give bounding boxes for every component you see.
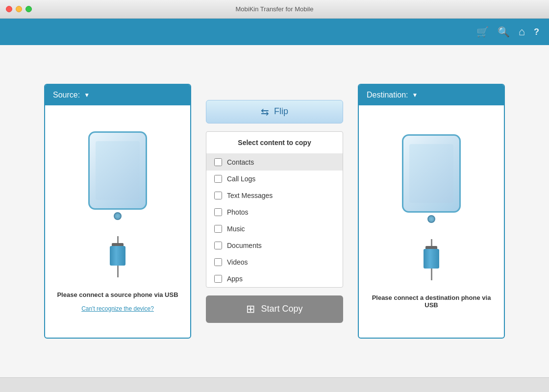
checkbox-label-documents: Documents — [227, 242, 262, 249]
checkbox-item-call-logs[interactable]: Call Logs — [206, 171, 343, 187]
checkbox-call-logs[interactable] — [214, 175, 222, 183]
start-copy-label: Start Copy — [261, 304, 302, 314]
main-content: Source: ▼ Please connect a source phone … — [0, 45, 549, 377]
destination-panel-header: Destination: ▼ — [359, 85, 504, 105]
maximize-button[interactable] — [25, 6, 32, 12]
source-panel-message: Please connect a source phone via USB — [57, 291, 178, 298]
flip-label: Flip — [274, 106, 288, 117]
checkbox-music[interactable] — [214, 225, 222, 233]
checkbox-item-photos[interactable]: Photos — [206, 204, 343, 220]
checkbox-photos[interactable] — [214, 208, 222, 216]
checkbox-label-apps: Apps — [227, 275, 243, 283]
source-panel-header: Source: ▼ — [45, 85, 190, 105]
destination-panel-body: Please connect a destination phone via U… — [359, 105, 504, 338]
source-phone-home-btn — [114, 212, 122, 220]
checkbox-label-photos: Photos — [227, 208, 249, 216]
source-usb-line-top — [117, 236, 119, 243]
source-label: Source: — [53, 91, 80, 99]
checkbox-videos[interactable] — [214, 258, 222, 266]
content-selector-header: Select content to copy — [206, 132, 343, 154]
checkbox-text-messages[interactable] — [214, 192, 222, 199]
checkbox-label-videos: Videos — [227, 258, 248, 266]
source-dropdown-arrow[interactable]: ▼ — [84, 92, 90, 98]
cart-icon[interactable]: 🛒 — [476, 26, 489, 38]
destination-phone-body — [402, 134, 461, 213]
checkbox-item-contacts[interactable]: Contacts — [206, 154, 343, 171]
minimize-button[interactable] — [16, 6, 22, 12]
checkbox-item-videos[interactable]: Videos — [206, 254, 343, 270]
flip-icon: ⇆ — [261, 106, 269, 118]
home-icon[interactable]: ⌂ — [519, 25, 525, 38]
middle-section: ⇆ Flip Select content to copy ContactsCa… — [206, 100, 343, 323]
source-usb-cable — [110, 224, 125, 277]
checkbox-label-music: Music — [227, 225, 245, 233]
checkbox-documents[interactable] — [214, 242, 222, 249]
traffic-lights — [6, 6, 32, 12]
search-icon[interactable]: 🔍 — [498, 26, 510, 38]
checkbox-item-text-messages[interactable]: Text Messages — [206, 187, 343, 204]
source-usb-body — [110, 246, 125, 266]
close-button[interactable] — [6, 6, 12, 12]
destination-phone-screen — [409, 144, 453, 203]
source-usb-top — [112, 243, 124, 246]
checkbox-item-documents[interactable]: Documents — [206, 237, 343, 254]
source-phone-body — [88, 131, 147, 210]
destination-dropdown-arrow[interactable]: ▼ — [412, 92, 418, 98]
checkbox-contacts[interactable] — [214, 158, 222, 166]
destination-usb-cable — [424, 227, 439, 280]
destination-usb-line-top — [431, 239, 432, 246]
window-title: MobiKin Transfer for Mobile — [236, 5, 314, 13]
checkbox-list: ContactsCall LogsText MessagesPhotosMusi… — [206, 154, 343, 287]
bottom-bar — [0, 377, 549, 392]
destination-label: Destination: — [367, 91, 408, 99]
checkbox-apps[interactable] — [214, 275, 222, 283]
content-selector: Select content to copy ContactsCall Logs… — [206, 131, 343, 288]
source-panel: Source: ▼ Please connect a source phone … — [44, 84, 191, 339]
start-copy-button[interactable]: ⊞ Start Copy — [206, 295, 343, 323]
toolbar: 🛒 🔍 ⌂ ? — [0, 19, 549, 45]
destination-phone-home-btn — [427, 215, 435, 223]
source-usb-pin — [117, 266, 119, 277]
destination-phone-illustration — [402, 134, 461, 280]
destination-panel-message: Please connect a destination phone via U… — [369, 294, 494, 309]
checkbox-item-apps[interactable]: Apps — [206, 270, 343, 287]
copy-icon: ⊞ — [246, 303, 255, 316]
destination-usb-body — [424, 249, 439, 269]
flip-button[interactable]: ⇆ Flip — [206, 100, 343, 123]
checkbox-label-contacts: Contacts — [227, 158, 254, 166]
help-icon[interactable]: ? — [534, 27, 539, 37]
checkbox-label-call-logs: Call Logs — [227, 175, 255, 183]
destination-usb-pin — [431, 269, 432, 280]
checkbox-item-music[interactable]: Music — [206, 220, 343, 237]
source-panel-link[interactable]: Can't recognize the device? — [81, 305, 154, 312]
source-phone-screen — [96, 141, 140, 200]
title-bar: MobiKin Transfer for Mobile — [0, 0, 549, 19]
source-phone-illustration — [88, 131, 147, 277]
checkbox-label-text-messages: Text Messages — [227, 192, 273, 199]
source-panel-body: Please connect a source phone via USB Ca… — [45, 105, 190, 338]
destination-panel: Destination: ▼ Please connect a destinat… — [358, 84, 505, 339]
